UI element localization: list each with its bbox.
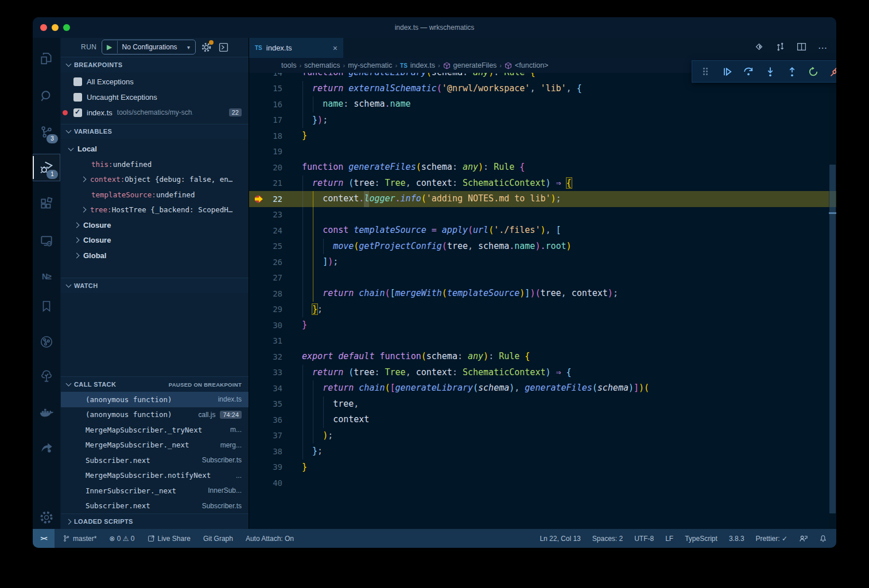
watch-section-header[interactable]: WATCH	[61, 278, 249, 293]
continue-button[interactable]	[720, 64, 735, 79]
launch-config-dropdown[interactable]: ▶ No Configurations ▾	[102, 40, 196, 54]
breakpoint-row[interactable]: Uncaught Exceptions	[61, 89, 249, 105]
code-line[interactable]: 30}	[249, 317, 836, 333]
code-line[interactable]: 38 };	[249, 443, 836, 460]
scrollbar[interactable]	[829, 73, 836, 529]
breakpoint-row[interactable]: All Exceptions	[61, 74, 249, 89]
scrollbar-thumb[interactable]	[829, 165, 836, 513]
code-line[interactable]: 20function generateFiles(schema: any): R…	[249, 159, 836, 176]
toolbar-drag-grip[interactable]	[698, 64, 713, 79]
code-line[interactable]: 34 return chain([generateLibrary(schema)…	[249, 380, 836, 396]
code-line[interactable]: 21 return (tree: Tree, context: Schemati…	[249, 176, 836, 192]
settings-gear-icon[interactable]	[33, 504, 60, 531]
code-area[interactable]: 14function generateLibrary(schema: any):…	[249, 73, 836, 529]
breadcrumb-item[interactable]: tools	[281, 61, 296, 69]
git-graph-icon[interactable]	[33, 328, 60, 356]
status-item[interactable]: TypeScript	[685, 535, 717, 543]
loaded-scripts-section-header[interactable]: LOADED SCRIPTS	[61, 513, 249, 529]
extensions-icon[interactable]	[33, 190, 60, 218]
code-line[interactable]: 19	[249, 144, 836, 160]
variables-section-header[interactable]: VARIABLES	[61, 124, 249, 139]
variable-row[interactable]: this: undefined	[61, 157, 249, 172]
code-line[interactable]: 33 return (tree: Tree, context: Schemati…	[249, 365, 836, 381]
status-item[interactable]: 3.8.3	[729, 535, 744, 543]
source-control-icon[interactable]: 3	[33, 118, 60, 146]
project-share-icon[interactable]	[33, 434, 60, 461]
code-line[interactable]: 24 const templateSource = apply(url('./f…	[249, 223, 836, 239]
call-stack-frame[interactable]: MergeMapSubscriber._nextmerg...	[61, 438, 249, 453]
minimize-window-button[interactable]	[52, 24, 59, 31]
code-line[interactable]: 36 context	[249, 412, 836, 428]
code-line[interactable]: 26 ]);	[249, 254, 836, 270]
code-line[interactable]: 23	[249, 207, 836, 223]
explorer-icon[interactable]	[33, 45, 60, 72]
step-into-button[interactable]	[763, 64, 778, 79]
code-line[interactable]: 32export default function(schema: any): …	[249, 349, 836, 365]
code-line[interactable]: 35 tree,	[249, 396, 836, 412]
variable-row[interactable]: Local	[61, 141, 249, 157]
start-debug-icon[interactable]: ▶	[102, 41, 118, 53]
open-changes-icon[interactable]	[754, 42, 764, 54]
call-stack-frame[interactable]: Subscriber.nextSubscriber.ts	[61, 453, 249, 468]
code-line[interactable]: 17 });	[249, 112, 836, 128]
bookmarks-icon[interactable]	[33, 293, 60, 320]
breadcrumb-item[interactable]: schematics	[304, 61, 340, 69]
code-line[interactable]: 37 );	[249, 428, 836, 444]
debug-console-icon[interactable]	[218, 41, 230, 53]
code-line[interactable]: 28 return chain([mergeWith(templateSourc…	[249, 286, 836, 302]
live-share-status-item[interactable]: Live Share	[148, 535, 191, 543]
variable-row[interactable]: Global	[61, 248, 249, 263]
breadcrumb-item[interactable]: <function>	[505, 61, 548, 69]
code-line[interactable]: 16 name: schema.name	[249, 96, 836, 112]
remote-explorer-icon[interactable]	[33, 227, 60, 255]
status-item[interactable]: Git Graph	[203, 535, 233, 543]
variable-row[interactable]: context: Object {debug: false, en…	[61, 172, 249, 187]
branch-status-item[interactable]: master*	[63, 535, 96, 543]
variable-row[interactable]: Closure	[61, 232, 249, 248]
call-stack-section-header[interactable]: CALL STACK PAUSED ON BREAKPOINT	[61, 376, 249, 392]
debug-settings-gear-icon[interactable]	[200, 41, 213, 53]
run-debug-icon[interactable]: 1	[33, 154, 60, 181]
status-item[interactable]: Auto Attach: On	[246, 535, 294, 543]
status-item[interactable]: UTF-8	[634, 535, 654, 543]
breadcrumb-item[interactable]: TSindex.ts	[400, 61, 435, 69]
variable-row[interactable]: tree: HostTree {_backend: ScopedH…	[61, 202, 249, 217]
split-editor-icon[interactable]	[797, 42, 806, 54]
code-line[interactable]: 27	[249, 270, 836, 286]
docker-icon[interactable]	[33, 399, 60, 427]
status-item[interactable]: LF	[665, 535, 673, 543]
breakpoints-section-header[interactable]: BREAKPOINTS	[61, 57, 249, 72]
restart-button[interactable]	[806, 64, 821, 79]
remote-indicator[interactable]: ><	[33, 529, 55, 548]
errors-warnings-status-item[interactable]: ⊗ 0 ⚠ 0	[109, 535, 134, 543]
breadcrumb-item[interactable]: generateFiles	[443, 61, 497, 69]
variable-row[interactable]: templateSource: undefined	[61, 187, 249, 203]
variable-row[interactable]: Closure	[61, 217, 249, 233]
breakpoint-checkbox[interactable]	[73, 77, 82, 86]
code-line[interactable]: 22 context.logger.info('adding NOTES.md …	[249, 191, 836, 207]
close-tab-icon[interactable]: ×	[333, 44, 337, 53]
code-line[interactable]: 31	[249, 333, 836, 349]
close-window-button[interactable]	[40, 24, 47, 31]
status-item[interactable]: Prettier: ✓	[756, 535, 787, 543]
status-item[interactable]: Ln 22, Col 13	[540, 535, 580, 543]
code-line[interactable]: 25 move(getProjectConfig(tree, schema.na…	[249, 239, 836, 255]
call-stack-frame[interactable]: InnerSubscriber._nextInnerSub...	[61, 483, 249, 499]
call-stack-frame[interactable]: Subscriber.nextSubscriber.ts	[61, 499, 249, 514]
status-item[interactable]: Spaces: 2	[592, 535, 623, 543]
nx-console-icon[interactable]: N≥	[33, 263, 60, 290]
more-actions-icon[interactable]: ⋯	[818, 42, 827, 53]
search-icon[interactable]	[33, 83, 60, 110]
disconnect-button[interactable]	[828, 64, 836, 79]
code-line[interactable]: 39}	[249, 460, 836, 476]
tab-index-ts[interactable]: TS index.ts ×	[249, 38, 343, 58]
feedback-status-item[interactable]	[799, 534, 808, 543]
call-stack-frame[interactable]: MergeMapSubscriber.notifyNext...	[61, 468, 249, 484]
breakpoint-row[interactable]: index.tstools/schematics/my-sch...22	[61, 105, 249, 120]
code-line[interactable]: 18}	[249, 128, 836, 144]
breakpoint-checkbox[interactable]	[73, 108, 82, 117]
call-stack-frame[interactable]: (anonymous function)index.ts	[61, 392, 249, 407]
breakpoint-checkbox[interactable]	[73, 93, 82, 102]
call-stack-frame[interactable]: MergeMapSubscriber._tryNextm...	[61, 422, 249, 438]
step-over-button[interactable]	[741, 64, 756, 79]
